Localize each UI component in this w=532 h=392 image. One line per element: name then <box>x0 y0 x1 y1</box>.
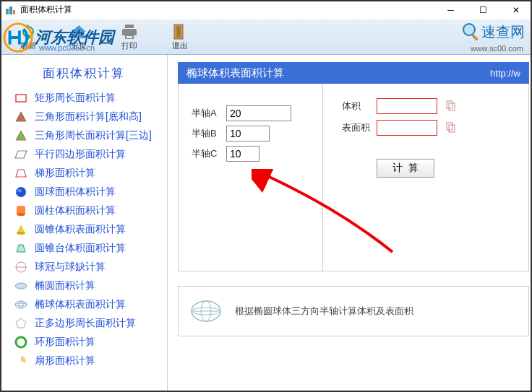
sidebar-item-rect[interactable]: 矩形周长面积计算 <box>0 89 167 108</box>
copy-icon[interactable] <box>445 122 456 134</box>
svg-rect-22 <box>449 103 455 110</box>
search-brand-name: 速查网 <box>481 22 525 42</box>
svg-rect-0 <box>6 9 9 14</box>
svg-point-10 <box>17 189 22 192</box>
surface-output <box>377 120 437 136</box>
sidebar-item-frustum[interactable]: 圆锥台体积面积计算 <box>0 239 167 258</box>
description-text: 根据椭圆球体三方向半轴计算体积及表面积 <box>235 305 413 318</box>
main-area: 面积体积计算 矩形周长面积计算 三角形面积计算[底和高] 三角形周长面积计算[三… <box>0 55 532 392</box>
svg-rect-7 <box>471 34 479 41</box>
description-box: 根据椭圆球体三方向半轴计算体积及表面积 <box>178 286 529 336</box>
magnifier-icon <box>461 22 481 42</box>
cap-icon <box>14 261 27 274</box>
axis-b-label: 半轴B <box>192 127 222 140</box>
search-brand: 速查网 <box>461 22 525 42</box>
polygon-icon <box>14 317 27 330</box>
ellipsoid-illustration-icon <box>190 298 222 324</box>
triangle-icon <box>14 129 27 142</box>
cylinder-icon <box>14 204 27 217</box>
svg-point-9 <box>16 187 26 197</box>
sidebar-item-cylinder[interactable]: 圆柱体积面积计算 <box>0 201 167 220</box>
svg-rect-23 <box>447 123 452 130</box>
triangle-icon <box>14 110 27 123</box>
svg-point-17 <box>15 301 27 308</box>
content-panel: 椭球体积表面积计算 http://w 半轴A 半轴B 半轴C <box>168 55 532 392</box>
sidebar-item-triangle-3s[interactable]: 三角形周长面积计算[三边] <box>0 126 167 145</box>
ring-icon <box>14 336 27 349</box>
rect-icon <box>14 92 27 105</box>
sector-icon <box>14 354 27 367</box>
copy-icon[interactable] <box>445 100 456 112</box>
svg-point-6 <box>463 24 475 35</box>
output-column: 体积 表面积 计算 <box>323 84 528 271</box>
app-icon <box>4 4 16 16</box>
svg-point-13 <box>17 213 25 216</box>
exit-icon <box>171 23 189 40</box>
axis-c-label: 半轴C <box>192 147 222 160</box>
exit-button[interactable]: 退出 <box>155 23 205 51</box>
calculate-button[interactable]: 计算 <box>377 159 434 178</box>
sidebar-item-cap[interactable]: 球冠与球缺计算 <box>0 258 167 276</box>
minimize-button[interactable]: ─ <box>434 0 467 20</box>
volume-output <box>377 98 437 114</box>
svg-rect-1 <box>9 6 12 14</box>
volume-label: 体积 <box>342 100 372 113</box>
sidebar-item-sector[interactable]: 扇形面积计算 <box>0 352 167 370</box>
axis-c-input[interactable] <box>226 146 259 162</box>
frustum-icon <box>14 242 27 255</box>
panel-body: 半轴A 半轴B 半轴C 体积 表面积 <box>178 84 529 271</box>
svg-point-18 <box>15 303 27 306</box>
sidebar-item-cone[interactable]: 圆锥体积表面积计算 <box>0 220 167 239</box>
ellipse-icon <box>14 279 27 292</box>
panel-header: 椭球体积表面积计算 http://w <box>178 62 529 84</box>
sidebar-item-parallelogram[interactable]: 平行四边形面积计算 <box>0 145 167 164</box>
svg-point-16 <box>15 283 27 289</box>
axis-a-label: 半轴A <box>192 107 222 120</box>
titlebar: 面积体积计算 ─ ☐ ✕ <box>0 0 532 20</box>
brand-logo: 河东软件园 www.pc0359.cn <box>0 20 152 55</box>
sidebar-item-triangle-bh[interactable]: 三角形面积计算[底和高] <box>0 108 167 126</box>
surface-label: 表面积 <box>342 121 372 134</box>
trapezoid-icon <box>14 167 27 180</box>
axis-a-input[interactable] <box>226 105 291 121</box>
svg-point-19 <box>19 301 23 308</box>
svg-rect-21 <box>447 101 452 108</box>
sphere-icon <box>14 186 27 199</box>
sidebar-item-ellipse[interactable]: 椭圆面积计算 <box>0 276 167 295</box>
search-brand-url: www.sc00.com <box>471 44 523 53</box>
close-button[interactable]: ✕ <box>499 0 532 20</box>
brand-url: www.pc0359.cn <box>39 43 95 52</box>
svg-rect-24 <box>449 125 455 132</box>
sidebar-item-ellipsoid[interactable]: 椭球体积表面积计算 <box>0 295 167 314</box>
ellipsoid-icon <box>14 298 27 311</box>
sidebar: 面积体积计算 矩形周长面积计算 三角形面积计算[底和高] 三角形周长面积计算[三… <box>0 55 168 392</box>
panel-title: 椭球体积表面积计算 <box>186 66 284 80</box>
sidebar-item-trapezoid[interactable]: 梯形面积计算 <box>0 164 167 183</box>
svg-point-14 <box>17 232 25 235</box>
window-title: 面积体积计算 <box>20 4 434 16</box>
maximize-button[interactable]: ☐ <box>467 0 499 20</box>
svg-rect-2 <box>13 10 15 14</box>
input-column: 半轴A 半轴B 半轴C <box>179 84 323 271</box>
logo-icon <box>3 22 33 53</box>
window-controls: ─ ☐ ✕ <box>434 0 532 20</box>
sidebar-item-polygon[interactable]: 正多边形周长面积计算 <box>0 314 167 333</box>
svg-rect-8 <box>16 95 26 102</box>
toolbar: 刷新 主页 打印 退出 河东软件园 www.pc0359.cn 速查网 www.… <box>0 20 532 55</box>
axis-b-input[interactable] <box>226 126 270 141</box>
cone-icon <box>14 223 27 236</box>
parallelogram-icon <box>14 148 27 161</box>
sidebar-item-sphere[interactable]: 圆球面积体积计算 <box>0 183 167 201</box>
svg-rect-4 <box>176 26 181 38</box>
svg-point-20 <box>16 337 26 347</box>
sidebar-title: 面积体积计算 <box>0 55 167 89</box>
panel-header-url: http://w <box>490 68 520 79</box>
sidebar-item-ring[interactable]: 环形面积计算 <box>0 333 167 352</box>
